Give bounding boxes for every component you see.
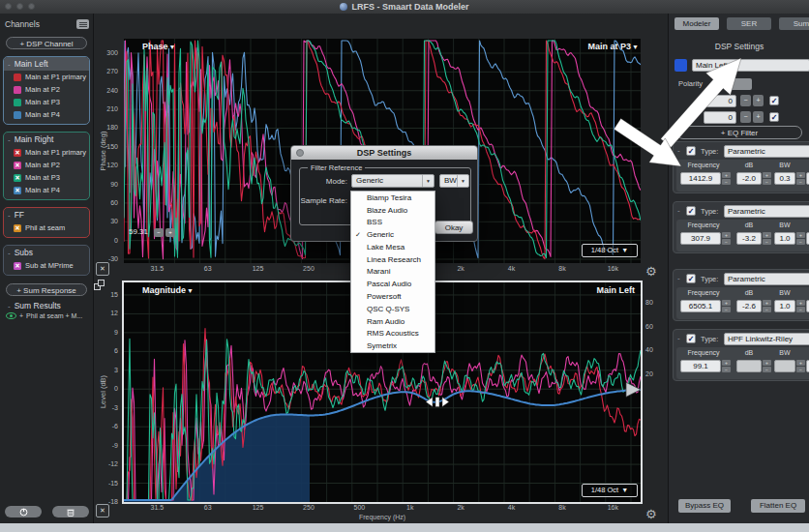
value-spinner[interactable]: +−: [796, 300, 805, 312]
value-spinner[interactable]: +−: [796, 232, 805, 245]
dialog-close-icon[interactable]: [296, 149, 304, 157]
add-sum-response-button[interactable]: + Sum Response: [6, 283, 87, 296]
flatten-eq-button[interactable]: Flatten EQ: [751, 499, 805, 513]
filter-type-select[interactable]: Parametric: [724, 145, 809, 158]
bypass-eq-button[interactable]: Bypass EQ: [678, 499, 731, 513]
spinner-down-button[interactable]: −: [763, 307, 771, 312]
filter-type-select[interactable]: HPF Linkwitz-Riley: [724, 333, 809, 345]
sum-result-item[interactable]: + Phil at seam + M...: [6, 312, 93, 319]
dsp-param-input[interactable]: 0: [704, 111, 736, 124]
sum-results-header[interactable]: - Sum Results: [8, 301, 93, 310]
spinner-down-button[interactable]: −: [722, 307, 731, 312]
tab-sum[interactable]: Sum: [779, 17, 809, 30]
magnitude-smoothing-selector[interactable]: 1/48 Oct ▼: [582, 484, 638, 497]
filter-enabled-checkbox[interactable]: ✓: [686, 334, 696, 343]
value-spinner[interactable]: +−: [763, 172, 771, 185]
increment-button[interactable]: +: [753, 95, 764, 106]
spinner-down-button[interactable]: −: [763, 367, 771, 372]
channel-swatch[interactable]: [14, 111, 21, 119]
phase-channel-label[interactable]: Main at P3▼: [588, 42, 639, 51]
collapse-icon[interactable]: -: [677, 206, 680, 215]
frequency-input[interactable]: 6505.1: [680, 300, 721, 312]
window-controls[interactable]: [5, 3, 35, 10]
decrement-button[interactable]: −: [740, 95, 751, 106]
tab-ser[interactable]: SER: [727, 17, 771, 30]
spinner-up-button[interactable]: +: [796, 172, 805, 178]
magnitude-channel-label[interactable]: Main Left: [597, 285, 636, 295]
close-window-button[interactable]: [5, 3, 12, 10]
tab-modeler[interactable]: Modeler: [674, 17, 719, 30]
channel-item[interactable]: Main at P4: [4, 108, 89, 121]
magnitude-plot-title[interactable]: Magnitude▼: [142, 285, 194, 295]
db-input[interactable]: [736, 360, 762, 372]
spinner-up-button[interactable]: +: [722, 360, 731, 366]
dsp-param-checkbox[interactable]: ✓: [769, 112, 779, 122]
spinner-down-button[interactable]: −: [763, 239, 771, 245]
mode-option[interactable]: RMS Acoustics: [351, 327, 434, 340]
zoom-window-button[interactable]: [28, 3, 35, 10]
info-button[interactable]: [5, 506, 42, 517]
frequency-input[interactable]: 99.1: [680, 360, 721, 372]
delete-button[interactable]: [52, 506, 89, 517]
db-input[interactable]: -3.2: [736, 232, 762, 245]
channel-item[interactable]: ✕Main at P3: [4, 171, 89, 184]
spinner-down-button[interactable]: −: [796, 239, 805, 245]
frequency-input[interactable]: 307.9: [680, 232, 721, 245]
value-spinner[interactable]: +−: [722, 232, 731, 245]
value-spinner[interactable]: +−: [763, 360, 771, 372]
bw-input[interactable]: 0.3: [774, 172, 795, 185]
spinner-up-button[interactable]: +: [722, 172, 731, 178]
bw-select[interactable]: BW ▼: [439, 174, 469, 188]
polarity-toggle[interactable]: [729, 78, 752, 90]
channel-x-marker[interactable]: ✕: [14, 162, 21, 169]
mode-option[interactable]: Symetrix: [351, 340, 434, 352]
channel-item[interactable]: Main at P1 primary: [4, 71, 89, 83]
spinner-down-button[interactable]: −: [796, 367, 805, 372]
filter-type-select[interactable]: Parametric: [724, 205, 809, 218]
channel-swatch[interactable]: [14, 99, 21, 106]
phase-smoothing-selector[interactable]: 1/48 Oct ▼: [582, 244, 638, 257]
filter-enabled-checkbox[interactable]: ✓: [686, 146, 696, 156]
collapse-icon[interactable]: -: [677, 146, 680, 155]
increment-button[interactable]: +: [753, 111, 764, 123]
channel-item[interactable]: Main at P3: [4, 96, 89, 108]
dialog-title-bar[interactable]: DSP Settings: [291, 146, 477, 160]
dsp-param-input[interactable]: 0: [704, 95, 736, 107]
value-spinner[interactable]: +−: [722, 172, 731, 185]
spinner-up-button[interactable]: +: [796, 300, 805, 306]
cursor-minus-button[interactable]: −: [154, 228, 164, 237]
spinner-up-button[interactable]: +: [763, 232, 771, 238]
bw-input[interactable]: 1.0: [774, 232, 795, 245]
channel-swatch[interactable]: [14, 74, 21, 81]
spinner-down-button[interactable]: −: [722, 239, 731, 245]
db-input[interactable]: -2.6: [736, 300, 762, 312]
value-spinner[interactable]: +−: [796, 172, 805, 185]
visibility-eye-icon[interactable]: [6, 312, 16, 319]
value-spinner[interactable]: +−: [763, 300, 771, 312]
channel-swatch[interactable]: [14, 86, 21, 94]
channel-name-input[interactable]: Main Left: [692, 59, 809, 72]
add-eq-filter-button[interactable]: + EQ Filter: [676, 126, 802, 139]
spinner-down-button[interactable]: −: [763, 179, 771, 185]
close-plot-icon[interactable]: ✕: [96, 504, 109, 517]
mode-option[interactable]: Lake Mesa: [351, 241, 434, 253]
channel-color-swatch[interactable]: [674, 59, 687, 72]
value-spinner[interactable]: +−: [763, 232, 771, 245]
phase-plot-title[interactable]: Phase▼: [142, 42, 175, 51]
decrement-button[interactable]: −: [740, 111, 751, 123]
channel-group-header[interactable]: -Subs: [4, 246, 89, 259]
mode-option[interactable]: QSC Q-SYS: [351, 303, 434, 315]
phase-settings-gear-icon[interactable]: ⚙: [645, 265, 657, 278]
channel-x-marker[interactable]: ✕: [14, 149, 21, 157]
close-plot-icon[interactable]: ✕: [96, 262, 109, 276]
add-dsp-channel-button[interactable]: + DSP Channel: [6, 37, 87, 49]
bw-input[interactable]: [774, 360, 795, 372]
spinner-up-button[interactable]: +: [722, 232, 731, 238]
channels-menu-icon[interactable]: [76, 19, 89, 29]
channel-x-marker[interactable]: ✕: [14, 262, 21, 270]
channel-group-header[interactable]: -Main Right: [4, 133, 89, 146]
collapse-icon[interactable]: -: [677, 274, 680, 282]
channel-group-header[interactable]: -Main Left: [4, 57, 89, 71]
mode-option[interactable]: Ram Audio: [351, 315, 434, 328]
bw-input[interactable]: 1.0: [774, 300, 795, 312]
